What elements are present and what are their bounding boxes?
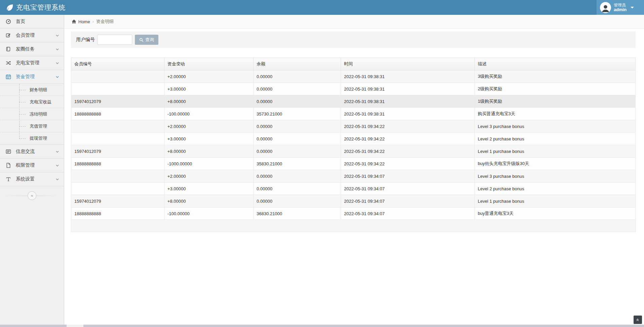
table-cell: -1000.00000 — [164, 158, 253, 170]
table-row: +3.000000.000002022-05-31 09:38:312级购买奖励 — [71, 83, 636, 95]
table-cell: Level 1 purchase bonus — [475, 145, 635, 158]
column-header: 会员编号 — [71, 58, 164, 70]
horizontal-scrollbar-thumb[interactable] — [67, 325, 83, 327]
table-cell: 35730.21000 — [253, 108, 341, 120]
sidebar-subitem[interactable]: 充电宝收益 — [0, 96, 64, 108]
sidebar-item-label: 权限管理 — [16, 162, 55, 168]
table-cell: Level 2 purchase bonus — [475, 183, 635, 195]
table-cell — [71, 183, 164, 195]
table-row: +2.000000.000002022-05-31 09:38:313级购买奖励 — [71, 70, 636, 83]
table-cell: Level 2 purchase bonus — [475, 133, 635, 145]
sidebar-item-label: 信息交流 — [16, 149, 55, 155]
table-cell: Level 3 purchase bonus — [475, 170, 635, 183]
sidebar-subitem[interactable]: 财务明细 — [0, 84, 64, 96]
app-header: 充电宝管理系统 管理员 admin — [0, 0, 644, 15]
chevron-down-icon — [55, 75, 59, 79]
sidebar-collapse-area: « — [0, 186, 64, 205]
sidebar-subitem[interactable]: 冻结明细 — [0, 108, 64, 120]
sidebar-collapse-button[interactable]: « — [28, 191, 36, 200]
sidebar-item[interactable]: 信息交流 — [0, 145, 64, 159]
back-to-top-button[interactable]: « — [634, 316, 642, 324]
horizontal-scrollbar[interactable] — [0, 325, 644, 327]
user-name: admin — [614, 7, 627, 12]
user-menu[interactable]: 管理员 admin — [597, 0, 644, 15]
table-cell: 2022-05-31 09:38:31 — [341, 108, 475, 120]
table-cell: 0.00000 — [253, 83, 341, 95]
search-icon — [139, 38, 144, 42]
sidebar-submenu: 财务明细充电宝收益冻结明细充值管理提现管理 — [0, 84, 64, 145]
calendar-icon — [6, 74, 11, 79]
table-cell: 0.00000 — [253, 195, 341, 207]
search-button-label: 查询 — [145, 37, 154, 43]
sidebar: 首页会员管理发圈任务充电宝管理资金管理财务明细充电宝收益冻结明细充值管理提现管理… — [0, 15, 64, 325]
table-cell: -100.00000 — [164, 207, 253, 220]
table-cell: 购买普通充电宝3天 — [475, 108, 635, 120]
double-chevron-up-icon: « — [634, 319, 642, 321]
chevron-down-icon — [55, 47, 59, 51]
text-icon — [6, 176, 11, 182]
table-cell: -100.00000 — [164, 108, 253, 120]
table-cell: 2022-05-31 09:34:22 — [341, 158, 475, 170]
table-cell: 2022-05-31 09:38:31 — [341, 83, 475, 95]
breadcrumb-home-label: Home — [78, 19, 90, 24]
table-cell: 2022-05-31 09:34:22 — [341, 145, 475, 158]
table-cell — [71, 170, 164, 183]
search-panel: 用户编号 查询 — [71, 31, 636, 48]
sidebar-item[interactable]: 充电宝管理 — [0, 56, 64, 70]
breadcrumb-home-link[interactable]: Home — [72, 19, 90, 24]
table-cell: buy街头充电宝升级版30天 — [475, 158, 635, 170]
table-cell: 15974012079 — [71, 195, 164, 207]
table-empty-row — [71, 220, 636, 232]
table-cell: 18888888888 — [71, 158, 164, 170]
table-cell: 1级购买奖励 — [475, 95, 635, 108]
user-role: 管理员 — [614, 3, 626, 7]
breadcrumb: Home › 资金明细 — [65, 15, 644, 29]
content: 用户编号 查询 会员编号资金变动余额时间描述 +2.000000.0000020… — [65, 29, 644, 232]
table-cell — [71, 70, 164, 83]
table-row: 18888888888-1000.0000035830.210002022-05… — [71, 158, 636, 170]
table-cell: 0.00000 — [253, 183, 341, 195]
table-cell: 0.00000 — [253, 120, 341, 133]
table-cell: 0.00000 — [253, 145, 341, 158]
table-cell: 0.00000 — [253, 170, 341, 183]
table-cell: 2022-05-31 09:34:07 — [341, 170, 475, 183]
user-id-input[interactable] — [97, 35, 132, 45]
table-row: 15974012079+8.000000.000002022-05-31 09:… — [71, 145, 636, 158]
sidebar-nav: 首页会员管理发圈任务充电宝管理资金管理财务明细充电宝收益冻结明细充值管理提现管理… — [0, 15, 64, 186]
table-cell: 2022-05-31 09:34:22 — [341, 133, 475, 145]
sidebar-subitem[interactable]: 充值管理 — [0, 120, 64, 132]
table-cell: 0.00000 — [253, 133, 341, 145]
sidebar-subitem[interactable]: 提现管理 — [0, 132, 64, 144]
sidebar-item[interactable]: 权限管理 — [0, 159, 64, 172]
table-cell: Level 3 purchase bonus — [475, 120, 635, 133]
table-cell: 2022-05-31 09:34:22 — [341, 120, 475, 133]
main-area: Home › 资金明细 用户编号 查询 会员编号资金变动余额时间描述 +2.00… — [65, 15, 644, 325]
table-cell — [71, 83, 164, 95]
sidebar-item[interactable]: 会员管理 — [0, 29, 64, 42]
book-icon — [6, 46, 11, 52]
search-button[interactable]: 查询 — [135, 35, 158, 45]
table-cell: +8.00000 — [164, 95, 253, 108]
table-cell: 0.00000 — [253, 70, 341, 83]
table-header-row: 会员编号资金变动余额时间描述 — [71, 58, 636, 70]
table-row: +3.000000.000002022-05-31 09:34:22Level … — [71, 133, 636, 145]
breadcrumb-separator: › — [92, 19, 94, 24]
column-header: 时间 — [341, 58, 475, 70]
table-body: +2.000000.000002022-05-31 09:38:313级购买奖励… — [71, 70, 636, 232]
table-cell — [71, 120, 164, 133]
table-empty-cell — [71, 220, 636, 232]
search-label: 用户编号 — [76, 37, 95, 43]
table-cell: 3级购买奖励 — [475, 70, 635, 83]
sidebar-item[interactable]: 系统设置 — [0, 172, 64, 186]
table-cell: 2级购买奖励 — [475, 83, 635, 95]
dashboard-icon — [6, 19, 11, 24]
chevron-down-icon — [55, 34, 59, 37]
sidebar-item[interactable]: 资金管理 — [0, 70, 64, 84]
sidebar-item-label: 首页 — [16, 19, 59, 25]
sidebar-item[interactable]: 首页 — [0, 15, 64, 29]
app-logo[interactable]: 充电宝管理系统 — [0, 3, 66, 12]
avatar — [600, 2, 611, 13]
sidebar-item-label: 充电宝管理 — [16, 60, 55, 66]
sidebar-item[interactable]: 发圈任务 — [0, 42, 64, 56]
column-header: 余额 — [253, 58, 341, 70]
